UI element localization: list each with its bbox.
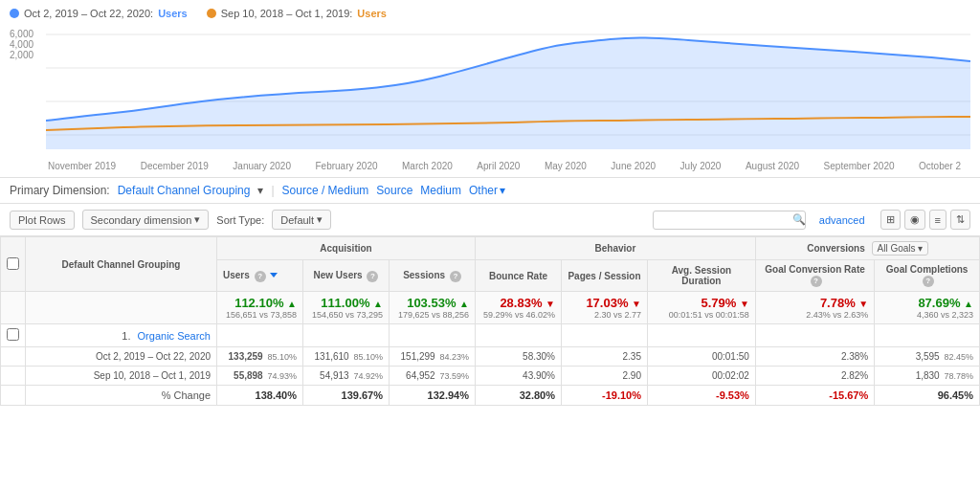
- organic-date2-sessions: 64,952 73.59%: [390, 367, 476, 386]
- all-goals-button[interactable]: All Goals ▾: [872, 241, 928, 256]
- chart-legend: Oct 2, 2019 – Oct 22, 2020: Users Sep 10…: [10, 8, 970, 19]
- advanced-link[interactable]: advanced: [819, 214, 865, 226]
- sort-default-dropdown[interactable]: Default ▾: [272, 210, 331, 230]
- organic-goal-comp-empty: [875, 324, 980, 347]
- organic-pages-empty: [562, 324, 648, 347]
- total-goal-conv-cell: 7.78% ▼ 2.43% vs 2.63%: [755, 292, 874, 324]
- organic-row-number: 1.: [122, 330, 130, 342]
- y-label-6000: 6,000: [10, 29, 46, 39]
- x-label-aug: August 2020: [746, 161, 799, 171]
- view-list-icon[interactable]: ≡: [929, 210, 947, 230]
- avg-session-header: Avg. Session Duration: [648, 260, 756, 292]
- total-avg-cell: 5.79% ▼ 00:01:51 vs 00:01:58: [648, 292, 756, 324]
- total-avg-pct: 5.79% ▼: [654, 296, 749, 310]
- organic-change-sessions: 132.94%: [390, 386, 476, 406]
- organic-date1-sessions: 151,299 84.23%: [390, 347, 476, 367]
- dim-dropdown-arrow[interactable]: ▾: [257, 184, 263, 197]
- x-label-apr: April 2020: [477, 161, 520, 171]
- users-help-icon[interactable]: ?: [255, 271, 266, 282]
- organic-name-cell: 1. Organic Search: [26, 324, 217, 347]
- legend-dot-blue: [10, 9, 19, 18]
- dim-default-channel[interactable]: Default Channel Grouping: [118, 184, 251, 197]
- dim-source-medium[interactable]: Source / Medium: [282, 184, 369, 197]
- x-label-feb: February 2020: [315, 161, 377, 171]
- channel-header: Default Channel Grouping: [26, 237, 217, 292]
- organic-date1-goal-comp: 3,595 82.45%: [875, 347, 980, 367]
- dim-other[interactable]: Other▾: [469, 184, 505, 197]
- dim-medium[interactable]: Medium: [420, 184, 461, 197]
- view-grid-icon[interactable]: ⊞: [880, 210, 901, 230]
- new-users-help-icon[interactable]: ?: [367, 271, 378, 282]
- organic-change-checkbox-cell: [1, 386, 26, 406]
- y-label-4000: 4,000: [10, 39, 46, 50]
- acquisition-header: Acquisition: [217, 237, 476, 260]
- organic-change-label: % Change: [26, 386, 217, 406]
- chart-svg: [46, 25, 970, 159]
- organic-date2-checkbox-cell: [1, 367, 26, 386]
- legend-dot-orange: [207, 9, 216, 18]
- total-sessions-pct: 103.53% ▲: [395, 296, 469, 310]
- goal-conv-help-icon[interactable]: ?: [811, 276, 822, 287]
- x-label-jun: June 2020: [611, 161, 656, 171]
- sessions-help-icon[interactable]: ?: [450, 271, 461, 282]
- total-goal-comp-cell: 87.69% ▲ 4,360 vs 2,323: [875, 292, 980, 324]
- view-filter-icon[interactable]: ⇅: [950, 210, 970, 230]
- sort-default-arrow: ▾: [317, 213, 323, 226]
- total-goal-conv-vs: 2.43% vs 2.63%: [762, 310, 868, 320]
- x-label-oct: October 2: [919, 161, 961, 171]
- dim-source[interactable]: Source: [376, 184, 412, 197]
- organic-new-users-empty: [303, 324, 390, 347]
- legend-metric-period2: Users: [357, 8, 387, 19]
- organic-date2-goal-conv: 2.82%: [755, 367, 874, 386]
- total-goal-comp-pct: 87.69% ▲: [880, 296, 973, 310]
- search-input[interactable]: [653, 211, 806, 230]
- chart-canvas: [46, 25, 970, 159]
- organic-checkbox[interactable]: [7, 328, 19, 341]
- conversions-header: Conversions All Goals ▾: [755, 237, 979, 260]
- plot-rows-button[interactable]: Plot Rows: [10, 211, 75, 230]
- y-axis-labels: 6,000 4,000 2,000 0: [10, 25, 46, 75]
- legend-label-period2: Sep 10, 2018 – Oct 1, 2019:: [221, 8, 353, 19]
- organic-search-link[interactable]: Organic Search: [138, 330, 211, 342]
- total-bounce-vs: 59.29% vs 46.02%: [481, 310, 555, 320]
- organic-date2-new-users: 54,913 74.92%: [303, 367, 390, 386]
- behavior-header: Behavior: [476, 237, 756, 260]
- x-label-sep: September 2020: [824, 161, 895, 171]
- organic-date2-row: Sep 10, 2018 – Oct 1, 2019 55,898 74.93%…: [1, 367, 980, 386]
- goal-conv-header: Goal Conversion Rate ?: [755, 260, 874, 292]
- toolbar: Plot Rows Secondary dimension ▾ Sort Typ…: [0, 204, 980, 236]
- organic-header-row: 1. Organic Search: [1, 324, 980, 347]
- x-label-jul: July 2020: [680, 161, 722, 171]
- organic-date2-users: 55,898 74.93%: [217, 367, 303, 386]
- legend-metric-period1: Users: [158, 8, 188, 19]
- organic-date1-users: 133,259 85.10%: [217, 347, 303, 367]
- sort-type-label: Sort Type:: [216, 214, 264, 226]
- total-bounce-pct: 28.83% ▼: [481, 296, 555, 310]
- chart-area: Oct 2, 2019 – Oct 22, 2020: Users Sep 10…: [0, 0, 980, 178]
- organic-change-goal-comp: 96.45%: [875, 386, 980, 406]
- view-chart-icon[interactable]: ◉: [904, 210, 925, 230]
- all-goals-label: All Goals: [878, 243, 916, 254]
- goal-comp-help-icon[interactable]: ?: [923, 276, 934, 287]
- goal-comp-header: Goal Completions ?: [875, 260, 980, 292]
- all-goals-arrow: ▾: [918, 243, 923, 254]
- sort-default-label: Default: [280, 214, 314, 226]
- total-new-users-pct: 111.00% ▲: [309, 296, 383, 310]
- organic-date2-avg: 00:02:02: [648, 367, 756, 386]
- legend-label-period1: Oct 2, 2019 – Oct 22, 2020:: [24, 8, 153, 19]
- dim-separator: |: [271, 184, 274, 197]
- organic-date1-checkbox-cell: [1, 347, 26, 367]
- organic-change-pages: -19.10%: [562, 386, 648, 406]
- total-sessions-vs: 179,625 vs 88,256: [395, 310, 469, 320]
- secondary-dim-dropdown[interactable]: Secondary dimension ▾: [82, 210, 210, 230]
- organic-change-new-users: 139.67%: [303, 386, 390, 406]
- total-row: 112.10% ▲ 156,651 vs 73,858 111.00% ▲ 15…: [1, 292, 980, 324]
- total-new-users-vs: 154,650 vs 73,295: [309, 310, 383, 320]
- y-label-2000: 2,000: [10, 50, 46, 60]
- organic-date1-avg: 00:01:50: [648, 347, 756, 367]
- total-pages-cell: 17.03% ▼ 2.30 vs 2.77: [562, 292, 648, 324]
- organic-date1-label: Oct 2, 2019 – Oct 22, 2020: [26, 347, 217, 367]
- users-header: Users ?: [217, 260, 303, 292]
- select-all-checkbox[interactable]: [7, 257, 19, 270]
- total-sessions-cell: 103.53% ▲ 179,625 vs 88,256: [390, 292, 476, 324]
